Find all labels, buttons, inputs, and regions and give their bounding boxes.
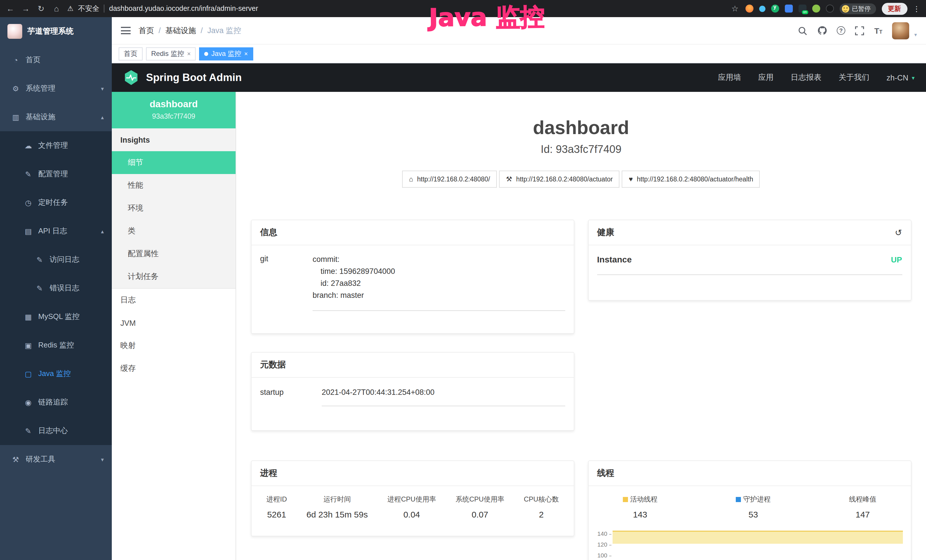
service-url-button[interactable]: http://192.168.0.2:48080/ [402,171,497,188]
sidebar-item-dev-tools[interactable]: 研发工具 [0,445,112,474]
health-instance-row[interactable]: Instance UP [597,254,902,275]
sidebar-item-infrastructure[interactable]: 基础设施 [0,103,112,131]
sba-nav-journal[interactable]: 日志报表 [791,73,822,83]
chart-y-axis: 140 120 100 [589,528,611,560]
github-icon[interactable] [817,26,827,35]
fox-extension-icon[interactable] [745,5,753,12]
sidebar-item-mysql-monitor[interactable]: MySQL 监控 [0,303,112,331]
sidebar-item-api-logs[interactable]: API 日志 [0,217,112,245]
sba-item-mappings[interactable]: 映射 [112,334,236,357]
page-subtitle: Id: 93a3fc7f7409 [251,143,911,156]
status-badge: UP [891,255,902,264]
tab-redis-monitor[interactable]: Redis 监控 × [146,47,196,60]
chevron-down-icon [912,74,915,81]
breadcrumb-home[interactable]: 首页 [139,26,154,36]
sba-nav-applications[interactable]: 应用 [758,73,773,83]
profile-chip[interactable]: 已暂停 [839,3,876,14]
bookmark-star-icon[interactable] [730,4,740,13]
url-text[interactable]: dashboard.yudao.iocoder.cn/infra/admin-s… [109,5,259,12]
metadata-card-title: 元数据 [251,353,574,378]
insights-label: Insights [112,129,236,151]
tab-home[interactable]: 首页 [119,47,142,60]
sba-item-classes[interactable]: 类 [112,219,236,242]
instance-header[interactable]: dashboard 93a3fc7f7409 [112,92,236,129]
sidebar-item-config-management[interactable]: 配置管理 [0,160,112,188]
sba-item-scheduled-tasks[interactable]: 计划任务 [112,265,236,288]
address-bar[interactable]: 不安全 dashboard.yudao.iocoder.cn/infra/adm… [67,4,724,14]
sidebar-item-log-center[interactable]: 日志中心 [0,416,112,445]
fullscreen-icon[interactable] [855,26,865,35]
sidebar-item-file-management[interactable]: 文件管理 [0,131,112,160]
sba-item-environment[interactable]: 环境 [112,197,236,219]
stat-process-cpu: 进程CPU使用率 0.04 [387,495,436,519]
home-icon[interactable] [52,4,61,13]
process-card-title: 进程 [251,461,574,486]
actuator-url-button[interactable]: http://192.168.0.2:48080/actuator [499,171,619,188]
tab-java-monitor[interactable]: Java 监控 × [199,47,253,60]
sba-item-config-props[interactable]: 配置属性 [112,242,236,265]
chevron-down-icon [101,85,104,92]
sidebar-item-error-logs[interactable]: 错误日志 [0,274,112,303]
update-button[interactable]: 更新 [882,3,907,15]
hamburger-icon[interactable] [121,27,131,34]
reload-icon[interactable] [36,4,45,13]
sba-item-caches[interactable]: 缓存 [112,357,236,380]
sba-sidebar: dashboard 93a3fc7f7409 Insights 细节 性能 环境… [112,92,236,560]
document-icon [24,227,33,235]
sba-item-logs[interactable]: 日志 [112,289,236,312]
table-grid-icon [24,312,33,321]
user-avatar[interactable] [892,22,909,39]
sidebar-item-home[interactable]: 首页 [0,45,112,74]
chevron-up-icon [101,228,104,234]
sba-item-details[interactable]: 细节 [112,151,236,174]
heart-icon [629,175,633,183]
process-stats: 进程ID 5261 运行时间 6d 23h 15m 59s [251,486,574,519]
help-icon[interactable]: ? [837,26,845,35]
app-logo: 芋道管理系统 [0,17,112,45]
font-size-icon[interactable] [875,26,882,35]
drop-extension-icon[interactable] [759,5,765,12]
cloud-icon [24,141,33,150]
stat-live-threads: 活动线程 143 [623,495,658,519]
health-card: 健康 Instance UP [588,219,911,301]
grid-extension-icon[interactable] [785,5,793,12]
sba-item-jvm[interactable]: JVM [112,312,236,334]
history-icon[interactable] [895,227,902,238]
breadcrumb: 首页 基础设施 Java 监控 [139,26,241,36]
sidebar-item-trace[interactable]: 链路追踪 [0,388,112,416]
sidebar-item-system-management[interactable]: 系统管理 [0,74,112,103]
close-icon[interactable]: × [187,50,191,57]
sba-item-metrics[interactable]: 性能 [112,174,236,197]
info-key: git [260,253,313,311]
sba-language-select[interactable]: zh-CN [887,73,915,82]
back-icon[interactable] [6,4,15,13]
sba-brand[interactable]: Spring Boot Admin [146,71,242,84]
browser-menu-icon[interactable] [913,4,920,13]
forward-icon[interactable] [21,4,30,13]
sidebar-item-access-logs[interactable]: 访问日志 [0,245,112,274]
avatar-caret-icon[interactable] [914,32,917,37]
sba-nav-about[interactable]: 关于我们 [838,73,869,83]
security-label[interactable]: 不安全 [78,4,100,14]
sba-nav-wallboard[interactable]: 应用墙 [718,73,741,83]
health-url-button[interactable]: http://192.168.0.2:48080/actuator/health [622,171,760,188]
info-git-row: git commit: time: 1596289704000 id: 27aa… [251,245,574,311]
on-switch-extension-icon[interactable] [798,5,806,12]
breadcrumb-infrastructure[interactable]: 基础设施 [165,26,196,36]
document-pencil-icon [35,284,44,292]
sidebar-item-redis-monitor[interactable]: Redis 监控 [0,331,112,359]
threads-stats: 活动线程 143 守护进程 53 线程峰值 [589,486,911,519]
health-card-title: 健康 [597,227,614,238]
sidebar-item-scheduled-tasks[interactable]: 定时任务 [0,188,112,217]
close-icon[interactable]: × [244,50,248,57]
y-circle-extension-icon[interactable] [771,5,779,12]
profile-emoji-icon [841,5,849,12]
search-icon[interactable] [798,26,808,35]
browser-actions: 已暂停 更新 [730,3,920,15]
stat-uptime: 运行时间 6d 23h 15m 59s [307,495,368,519]
leaf-extension-icon[interactable] [812,5,820,12]
sba-nav-links: 应用墙 应用 日志报表 关于我们 zh-CN [718,73,915,83]
spider-extension-icon[interactable] [826,5,834,12]
sidebar-item-java-monitor[interactable]: Java 监控 [0,359,112,388]
annotation-java-monitor: Java 监控 [429,1,545,35]
